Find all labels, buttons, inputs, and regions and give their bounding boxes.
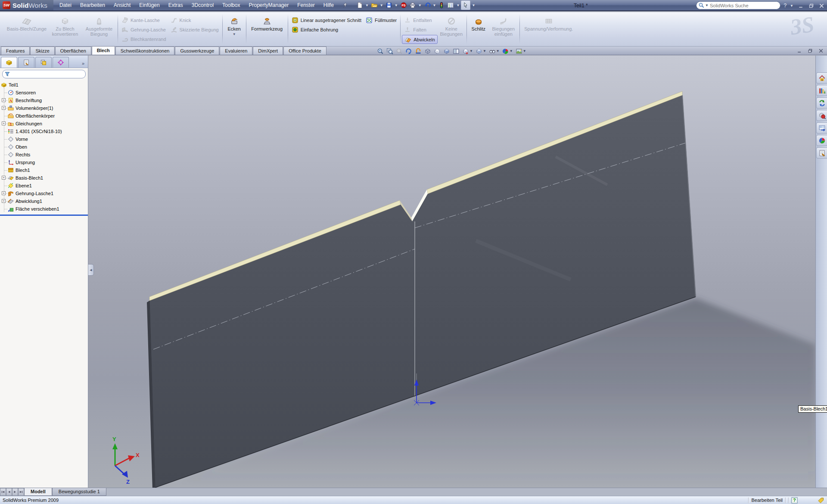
expand-plus-icon[interactable]: + [2,106,6,110]
open-button[interactable] [370,0,379,10]
hidden-lines-cube-button[interactable] [432,47,442,55]
section-view-button[interactable] [414,47,423,55]
print-button[interactable] [408,0,417,10]
restore-icon[interactable] [807,2,815,9]
rebuild-traffic-light-button[interactable] [437,0,446,10]
select-cursor-dropdown-icon[interactable]: ▼ [472,3,475,7]
tree-item-abwicklung1[interactable]: +Abwicklung1 [0,197,88,205]
help-button[interactable]: ? [783,3,787,9]
search-box[interactable]: ▼ [696,1,780,9]
tree-item-blech1[interactable]: Blech1 [0,166,88,174]
viewport-split-button[interactable] [451,47,461,55]
edit-appearance-button[interactable]: ▼ [501,47,514,55]
view-orientation-button[interactable]: ▼ [461,47,474,55]
ribbon-button-füllmuster[interactable]: Füllmuster [364,16,399,25]
ribbon-button-biegungen-einfügen[interactable]: Biegungeneinfügen [489,13,518,45]
flyout-chevron-icon[interactable]: ▼ [233,32,236,37]
pin-icon[interactable] [341,1,349,9]
pdm-button[interactable]: PS [399,0,408,10]
expand-plus-icon[interactable]: + [2,176,6,180]
ribbon-button-falten[interactable]: Falten [402,25,438,34]
tab-schweißkonstruktionen[interactable]: Schweißkonstruktionen [115,47,175,55]
rotate-view-button[interactable] [404,47,414,55]
menu-toolbox[interactable]: Toolbox [218,0,244,10]
ribbon-button-schlitz[interactable]: Schlitz [468,13,489,45]
tree-item-fläche-verschieben1[interactable]: Fläche verschieben1 [0,205,88,213]
nav-last-button[interactable] [18,488,24,496]
dropdown-chevron-icon[interactable]: ▼ [510,49,513,53]
ribbon-button-einfache-bohrung[interactable]: Einfache Bohrung [289,25,364,34]
save-dropdown-icon[interactable]: ▼ [395,3,398,7]
fm-props-tab-tab[interactable] [18,57,34,68]
hide-show-items-button[interactable]: ▼ [488,47,501,55]
ribbon-button-keine-biegungen[interactable]: KeineBiegungen [438,13,465,45]
menu-einfügen[interactable]: Einfügen [135,0,164,10]
panel-expand-chevron[interactable]: » [82,61,87,68]
ribbon-button-zu-blech-konvertieren[interactable]: Zu Blechkonvertieren [48,13,82,45]
doc-close-icon[interactable] [817,47,824,54]
ribbon-button-linear-ausgetragener-schnitt[interactable]: Linear ausgetragener Schnitt [289,16,364,25]
tab-blech[interactable]: Blech [92,46,115,55]
tree-item-basis-blech1[interactable]: +Basis-Blech1 [0,174,88,182]
panel-splitter-handle[interactable]: ◀ [88,264,94,276]
open-dropdown-icon[interactable]: ▼ [380,3,383,7]
tree-item-vorne[interactable]: Vorne [0,135,88,143]
print-dropdown-icon[interactable]: ▼ [418,3,422,7]
fm-tree-tab-tab[interactable] [1,57,17,68]
tab-gusswerkzeuge[interactable]: Gusswerkzeuge [175,47,219,55]
minimize-icon[interactable] [797,2,805,9]
tab-oberflächen[interactable]: Oberflächen [55,47,91,55]
shaded-cube-button[interactable] [442,47,451,55]
dropdown-chevron-icon[interactable]: ▼ [496,49,500,53]
menu-fenster[interactable]: Fenster [293,0,319,10]
expand-plus-icon[interactable]: + [2,199,6,203]
doc-restore-icon[interactable] [806,47,814,54]
ribbon-button-gehrung-lasche[interactable]: Gehrung-Lasche [119,25,168,34]
menu-datei[interactable]: Datei [55,0,76,10]
menu-propertymanager[interactable]: PropertyManager [244,0,293,10]
tree-item-beschriftung[interactable]: +ABeschriftung [0,96,88,104]
menu-hilfe[interactable]: Hilfe [319,0,338,10]
fm-dimxpert-tab-tab[interactable] [53,57,69,68]
ribbon-button-abwickeln[interactable]: Abwickeln [402,35,438,44]
tree-item-rechts[interactable]: Rechts [0,151,88,159]
tree-item-sensoren[interactable]: Sensoren [0,89,88,96]
undo-button[interactable] [423,0,432,10]
ribbon-button-ecken[interactable]: Ecken▼ [224,13,245,45]
nav-first-button[interactable] [0,488,6,496]
resources-home-tab[interactable] [816,72,827,84]
status-help-icon[interactable]: ? [791,497,798,504]
ribbon-button-ausgeformte-biegung[interactable]: AusgeformteBiegung [82,13,116,45]
expand-plus-icon[interactable]: + [2,98,6,102]
tree-item-gleichungen[interactable]: +ΣGleichungen [0,120,88,128]
tab-skizze[interactable]: Skizze [30,47,54,55]
save-button[interactable] [385,0,393,10]
tree-item-ursprung[interactable]: Ursprung [0,159,88,166]
design-library-tab[interactable] [816,85,827,96]
expand-plus-icon[interactable]: + [2,121,6,125]
help-dropdown-icon[interactable]: ▼ [790,4,793,8]
ribbon-button-entfalten[interactable]: Entfalten [402,16,438,25]
tab-dimxpert[interactable]: DimXpert [253,47,283,55]
nav-next-button[interactable] [12,488,18,496]
apply-scene-button[interactable]: ▼ [514,47,528,55]
tree-item-ebene1[interactable]: Ebene1 [0,182,88,190]
menu-extras[interactable]: Extras [164,0,187,10]
menu-3dcontrol[interactable]: 3Dcontrol [187,0,218,10]
tree-item-oberflächenkörper[interactable]: Oberflächenkörper [0,112,88,120]
options-dropdown-icon[interactable]: ▼ [456,3,460,7]
search-results-tab[interactable] [816,110,827,121]
options-button[interactable] [446,0,455,10]
ribbon-button-formwerkzeug[interactable]: Formwerkzeug [248,13,286,45]
new-doc-button[interactable] [355,0,364,10]
tree-item-oben[interactable]: Oben [0,143,88,151]
undo-dropdown-icon[interactable]: ▼ [433,3,436,7]
doc-minimize-icon[interactable] [796,47,803,54]
nav-prev-button[interactable] [6,488,12,496]
tag-icon[interactable] [818,497,824,504]
ribbon-button-basis-blech-zunge[interactable]: Basis-Blech/Zunge [5,13,48,45]
tab-evaluieren[interactable]: Evaluieren [220,47,252,55]
search-input[interactable] [710,3,766,8]
ribbon-button-blechkantenrand[interactable]: Blechkantenrand [119,34,168,44]
display-style-button[interactable]: ▼ [474,47,488,55]
